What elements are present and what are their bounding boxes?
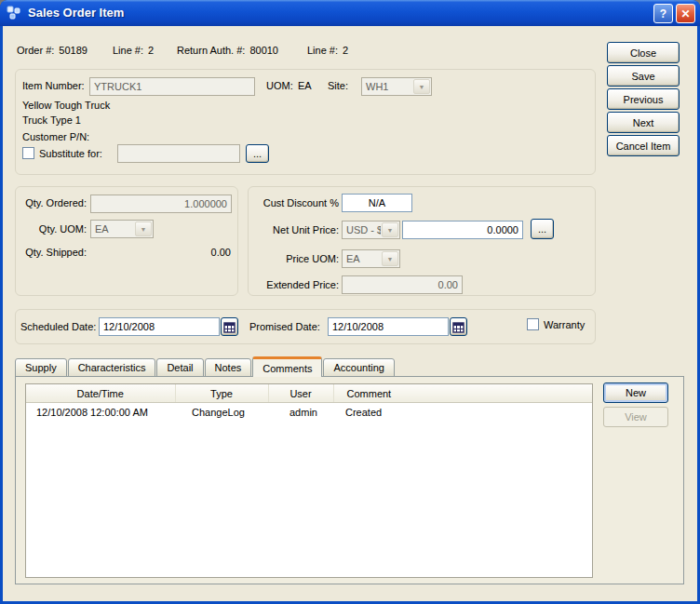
promised-date-label: Promised Date: (249, 321, 320, 333)
chevron-down-icon: ▼ (382, 222, 398, 237)
item-number-field[interactable] (89, 77, 255, 96)
promised-date-field[interactable] (328, 317, 449, 336)
qty-shipped-label: Qty. Shipped: (15, 247, 87, 259)
warranty-checkbox[interactable] (527, 318, 539, 330)
qty-ordered-label: Qty. Ordered: (15, 197, 87, 209)
titlebar[interactable]: Sales Order Item ? ✕ (0, 0, 700, 26)
item-uom-value: EA (298, 80, 312, 92)
warranty-label: Warranty (544, 319, 585, 331)
price-uom-label: Price UOM: (248, 253, 339, 265)
substitute-label: Substitute for: (39, 148, 102, 160)
window-close-button[interactable]: ✕ (676, 4, 695, 23)
cust-discount-label: Cust Discount % (248, 197, 339, 209)
qty-uom-label: Qty. UOM: (15, 223, 87, 235)
comment-type: ChangeLog (175, 403, 268, 422)
item-number-label: Item Number: (22, 80, 85, 92)
column-header-comment[interactable]: Comment (333, 384, 592, 403)
tab-comments[interactable]: Comments (252, 356, 322, 377)
tab-supply[interactable]: Supply (15, 358, 67, 377)
extended-price-label: Extended Price: (248, 279, 339, 291)
net-unit-price-label: Net Unit Price: (248, 224, 339, 236)
tab-detail[interactable]: Detail (156, 358, 203, 377)
item-description-line2: Truck Type 1 (22, 114, 81, 127)
cust-discount-field[interactable] (342, 194, 412, 212)
price-browse-button[interactable]: ... (531, 219, 554, 239)
scheduled-date-label: Scheduled Date: (20, 321, 96, 333)
currency-value: USD - $ (343, 221, 381, 238)
currency-combobox[interactable]: USD - $ ▼ (342, 221, 400, 239)
price-uom-value: EA (343, 250, 381, 267)
tab-accounting[interactable]: Accounting (323, 358, 394, 377)
line-number-2: Line #:2 (307, 45, 348, 57)
tab-bar: Supply Characteristics Detail Notes Comm… (15, 356, 396, 377)
tab-characteristics[interactable]: Characteristics (68, 358, 156, 377)
substitute-field[interactable] (117, 144, 240, 163)
column-header-datetime[interactable]: Date/Time (26, 384, 175, 403)
substitute-checkbox[interactable] (22, 147, 34, 159)
sales-order-item-window: Sales Order Item ? ✕ Order #:50189 Line … (0, 0, 700, 604)
customer-pn-label: Customer P/N: (22, 131, 89, 143)
scheduled-date-calendar-button[interactable] (221, 317, 238, 336)
cancel-item-button[interactable]: Cancel Item (607, 135, 680, 156)
line-number-1: Line #:2 (113, 45, 154, 57)
qty-uom-combobox[interactable]: EA ▼ (90, 220, 154, 238)
app-icon (7, 6, 21, 20)
line-number-1-label: Line #: (113, 45, 143, 56)
comments-header-row: Date/Time Type User Comment (26, 384, 592, 403)
site-value: WH1 (362, 78, 412, 95)
line-number-2-value: 2 (343, 45, 348, 56)
line-number-2-label: Line #: (307, 45, 338, 56)
column-header-user[interactable]: User (268, 384, 333, 403)
qty-uom-value: EA (91, 221, 134, 237)
promised-date-calendar-button[interactable] (450, 317, 467, 336)
calendar-icon (452, 321, 464, 333)
item-description-line1: Yellow Tough Truck (22, 100, 110, 112)
new-comment-button[interactable]: New (603, 383, 668, 403)
order-number-label: Order #: (17, 45, 54, 56)
column-header-type[interactable]: Type (175, 384, 268, 403)
substitute-browse-button[interactable]: ... (246, 144, 269, 163)
window-title: Sales Order Item (28, 0, 124, 26)
extended-price-field[interactable] (342, 275, 463, 294)
order-number: Order #:50189 (17, 45, 88, 57)
qty-shipped-value: 0.00 (140, 247, 231, 259)
scheduled-date-field[interactable] (99, 317, 220, 336)
site-combobox[interactable]: WH1 ▼ (361, 77, 432, 96)
comments-table[interactable]: Date/Time Type User Comment 12/10/2008 1… (25, 383, 593, 578)
comment-row[interactable]: 12/10/2008 12:00:00 AM ChangeLog admin C… (26, 403, 592, 422)
comment-datetime: 12/10/2008 12:00:00 AM (26, 403, 175, 422)
item-uom-label: UOM: (266, 80, 293, 92)
chevron-down-icon: ▼ (413, 79, 430, 94)
comment-text: Created (333, 403, 592, 422)
order-number-value: 50189 (59, 45, 88, 56)
return-auth-value: 80010 (249, 45, 278, 56)
previous-button[interactable]: Previous (607, 88, 680, 110)
calendar-icon (223, 321, 236, 333)
view-comment-button[interactable]: View (603, 407, 668, 427)
chevron-down-icon: ▼ (382, 251, 398, 266)
qty-ordered-field[interactable] (90, 195, 232, 213)
close-button[interactable]: Close (607, 42, 680, 63)
return-auth-number: Return Auth. #:80010 (177, 45, 278, 57)
next-button[interactable]: Next (607, 112, 680, 133)
price-uom-combobox[interactable]: EA ▼ (342, 249, 400, 268)
return-auth-label: Return Auth. #: (177, 45, 245, 56)
save-button[interactable]: Save (607, 65, 680, 87)
site-label: Site: (328, 80, 348, 92)
tab-notes[interactable]: Notes (205, 358, 252, 377)
net-unit-price-field[interactable] (402, 221, 523, 239)
line-number-1-value: 2 (148, 45, 154, 56)
chevron-down-icon: ▼ (135, 221, 152, 236)
help-button[interactable]: ? (653, 4, 673, 23)
comment-user: admin (268, 403, 333, 422)
